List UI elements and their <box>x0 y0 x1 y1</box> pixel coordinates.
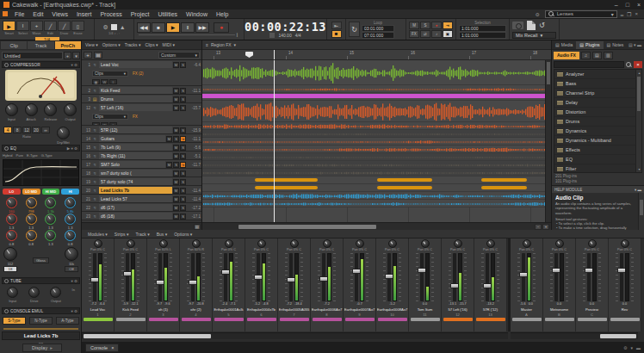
pan-knob[interactable] <box>388 239 397 248</box>
inspector-tab-clip[interactable]: Clip <box>1 41 27 49</box>
dock-menu-icon[interactable]: ▾ <box>630 345 633 350</box>
eq-knob[interactable] <box>45 197 56 208</box>
meter-display[interactable]: 4/4 <box>295 33 301 38</box>
smart-tool[interactable]: ▶ <box>3 21 15 31</box>
pan-knob[interactable] <box>225 239 233 248</box>
track-name[interactable]: 57 durty solo (74 <box>99 178 172 185</box>
lanes-menu-icon[interactable]: ≡ <box>109 79 117 84</box>
mute-button[interactable]: M <box>166 136 172 142</box>
track-row[interactable]: 23≈d6 (18)MS-17.1 <box>82 212 201 220</box>
mute-button[interactable]: M <box>409 22 419 29</box>
timeline-ruler[interactable]: 131415161718 <box>202 50 551 60</box>
trackpane-menu-view[interactable]: View ▾ <box>84 42 100 47</box>
eq-band-hi[interactable]: HI <box>61 189 79 195</box>
track-manager-button[interactable]: ▤ <box>94 52 102 59</box>
trackpane-menu-clips[interactable]: Clips ▾ <box>144 42 160 47</box>
wrench-icon[interactable]: ⚙ <box>535 11 539 17</box>
fx-indicator[interactable]: FX <box>133 115 138 119</box>
console-track-scrollbar[interactable] <box>82 332 508 339</box>
move-tool[interactable]: + <box>30 21 43 31</box>
preset-add-button[interactable]: + <box>64 52 71 59</box>
maximize-button[interactable]: □ <box>626 2 629 8</box>
clip-lane[interactable] <box>202 93 551 101</box>
mute-button[interactable]: M <box>173 62 179 68</box>
midi-clip-segment[interactable] <box>377 178 433 182</box>
mute-button[interactable]: M <box>173 145 179 151</box>
help-module-icons[interactable]: ▾ ▬ <box>635 188 641 192</box>
scroll-down-arrow[interactable]: ▾ <box>636 166 642 172</box>
plugin-category-item[interactable]: Filter <box>554 164 641 173</box>
console-channel-strip[interactable]: Pan 60% L-9.7-9.6oh (1)3 <box>147 238 180 331</box>
forward-button[interactable]: ▶▶ <box>195 22 209 33</box>
plugin-category-item[interactable]: Distortion <box>554 108 641 117</box>
volume-fader[interactable] <box>387 253 391 301</box>
close-button[interactable]: × <box>637 2 641 8</box>
console-channel-strip[interactable]: Pan 0% C-0.7Earthqake0007Ax79 <box>344 238 376 331</box>
minimize-button[interactable]: – <box>615 2 618 8</box>
display-tab[interactable]: Display ▸ <box>22 344 62 352</box>
eq-knob[interactable] <box>65 214 76 225</box>
pan-knob[interactable] <box>323 239 331 248</box>
input-echo-button[interactable]: ⇥ <box>180 136 186 142</box>
plugin-category-item[interactable]: EQ <box>554 155 641 164</box>
plugin-category-item[interactable]: Bass <box>554 79 641 89</box>
menu-insert[interactable]: Insert <box>72 11 96 17</box>
console-bus-scrollbar[interactable] <box>511 332 638 339</box>
mute-button[interactable]: M <box>173 214 179 220</box>
undo-button[interactable]: ↺ <box>539 22 545 29</box>
clips-dropdown[interactable]: Clips▾ <box>92 71 128 77</box>
console-channel-strip[interactable]: Pan 0% C-2.4-7.1Erthqake0001Aslk5 <box>213 238 245 331</box>
eq-knob[interactable] <box>65 230 76 241</box>
fx-indicator[interactable]: FX (2) <box>133 71 144 76</box>
volume-fader[interactable] <box>224 253 227 301</box>
snap-landmark-icon[interactable]: ▲ <box>120 24 126 30</box>
track-row[interactable]: 18≈sm7 durty solo (MS <box>82 169 201 177</box>
menu-icon[interactable]: ≡ <box>206 42 208 47</box>
time-display[interactable]: 00:00:22:13 <box>245 21 326 33</box>
menu-views[interactable]: Views <box>47 11 72 17</box>
hp-slope-button[interactable]: 18 <box>3 266 17 272</box>
region-fx-menu[interactable]: Region FX <box>211 42 232 47</box>
eq-band-lo-mid[interactable]: LO MID <box>22 189 40 195</box>
help-scrollbar[interactable] <box>638 193 644 230</box>
midi-clip-segment[interactable] <box>255 178 318 182</box>
punch-in-button[interactable]: ⇤ <box>331 22 342 29</box>
dock-settings-icon[interactable]: ⚙ <box>623 345 627 350</box>
export-file-button[interactable] <box>527 21 536 30</box>
track-control-preset-dropdown[interactable]: Custom ▾ <box>158 52 200 59</box>
volume-fader[interactable] <box>191 253 195 301</box>
volume-fader[interactable] <box>420 253 424 301</box>
drywet-knob[interactable] <box>57 127 70 139</box>
track-row[interactable]: 16≈7b Right (11)MS-5.1 <box>82 152 201 160</box>
track-row[interactable]: 12≈57 Left ('16)MS-15.7Clips▾FX▦W≡ <box>82 103 201 126</box>
browser-tab-plugins[interactable]: ▤Plugins <box>576 41 603 49</box>
clip-lane[interactable] <box>202 85 551 93</box>
channel-name[interactable]: Kick Feed <box>115 307 146 313</box>
solo-button[interactable]: S <box>180 105 186 111</box>
menu-project[interactable]: Project <box>127 11 154 17</box>
punch-active-button[interactable]: ■ <box>331 30 342 38</box>
metronome-button[interactable]: ♪ <box>431 30 442 38</box>
solo-button[interactable]: S <box>180 179 186 185</box>
ratio-20[interactable]: 20 <box>32 127 40 133</box>
trackpane-menu-tracks[interactable]: Tracks ▾ <box>123 42 143 47</box>
tube-module-header[interactable]: TUBE ▾ ⚙ <box>2 277 80 284</box>
track-name[interactable]: Lead Licks 57 <box>99 195 172 202</box>
midi-clip-segment[interactable] <box>481 186 527 189</box>
power-icon[interactable] <box>4 146 9 151</box>
console-channel-strip[interactable]: Pan 0% C0.0Tom Sum11 <box>409 238 442 331</box>
pan-knob[interactable] <box>588 239 597 248</box>
track-name[interactable]: SM7 Solo <box>99 161 165 168</box>
console-channel-strip[interactable]: Pan 0% C-13.1-15.757 Left ('16)12 <box>442 238 474 331</box>
track-name[interactable]: 57R (12) <box>99 127 172 133</box>
console-channel-strip[interactable]: Pan 0% C-13.257R ('12)13 <box>474 238 507 331</box>
plugin-category-item[interactable]: Dynamics - Multiband <box>554 136 641 146</box>
track-row[interactable]: 1≈Lead VocMS-6.4Clips▾FX (2)▦W≡ <box>82 60 201 86</box>
selection-end-field[interactable]: 1:01:000 <box>459 32 506 39</box>
solo-button[interactable]: S <box>180 170 186 176</box>
layout-icon[interactable]: ▥ <box>604 52 613 59</box>
channel-name[interactable]: Master <box>511 307 542 313</box>
lp-slope-button[interactable]: Off <box>65 266 78 272</box>
snap-grid-icon[interactable] <box>111 24 117 30</box>
console-emul-module-header[interactable]: CONSOLE EMUL ▾ ⚙ <box>2 307 80 314</box>
